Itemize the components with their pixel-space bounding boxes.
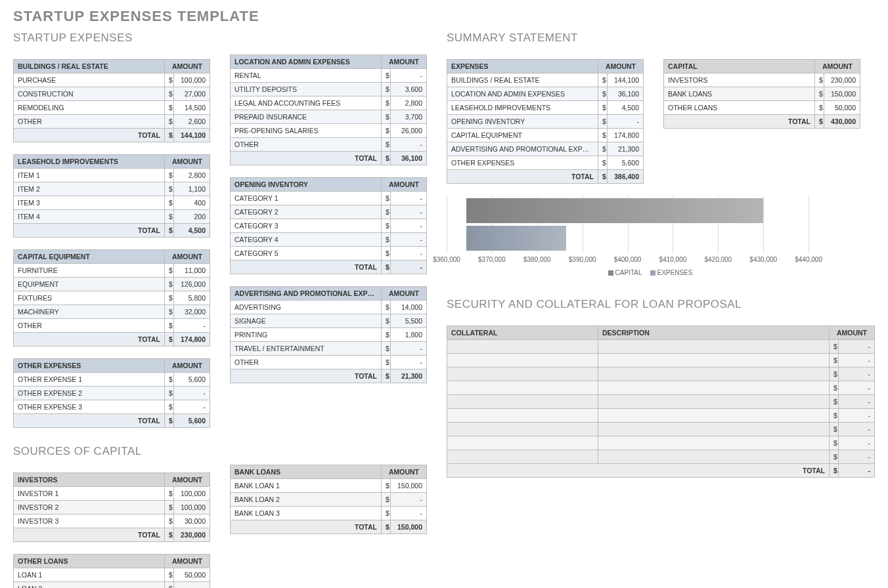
row-label: SIGNAGE xyxy=(231,314,382,328)
currency-symbol: $ xyxy=(381,356,390,369)
row-label: OTHER EXPENSE 3 xyxy=(14,400,165,414)
amount-header: AMOUNT xyxy=(164,250,210,264)
section-sources-of-capital: SOURCES OF CAPITAL xyxy=(13,445,210,458)
row-amount: - xyxy=(390,205,426,219)
chart-tick: $420,000 xyxy=(704,256,732,263)
row-amount: - xyxy=(607,115,643,129)
row-label: ITEM 1 xyxy=(14,169,165,182)
collateral-cell xyxy=(447,423,598,436)
currency-symbol: $ xyxy=(164,264,173,278)
table-investors: INVESTORSAMOUNTINVESTOR 1$100,000INVESTO… xyxy=(13,472,210,542)
row-label: OTHER xyxy=(231,138,382,152)
collateral-amount: - xyxy=(838,354,874,368)
chart-tick: $390,000 xyxy=(569,256,596,263)
currency-symbol: $ xyxy=(829,423,838,436)
amount-header: AMOUNT xyxy=(829,326,874,340)
table-title: LEASEHOLD IMPROVEMENTS xyxy=(14,155,165,169)
row-label: EQUIPMENT xyxy=(14,278,165,291)
row-label: UTILITY DEPOSITS xyxy=(231,83,382,96)
currency-symbol: $ xyxy=(598,101,607,115)
collateral-amount: - xyxy=(838,368,874,381)
row-label: CATEGORY 1 xyxy=(231,192,382,205)
amount-header: AMOUNT xyxy=(164,473,210,487)
description-cell xyxy=(598,423,830,436)
summary-bar-chart: $360,000$370,000$380,000$390,000$400,000… xyxy=(447,196,854,281)
currency-symbol: $ xyxy=(829,395,838,409)
row-amount: 1,100 xyxy=(173,182,210,196)
row-label: ITEM 2 xyxy=(14,182,165,196)
currency-symbol: $ xyxy=(381,96,390,110)
table-title: CAPITAL EQUIPMENT xyxy=(14,250,165,264)
currency-symbol: $ xyxy=(164,305,173,319)
table-title: CAPITAL xyxy=(664,60,815,74)
currency-symbol: $ xyxy=(381,205,390,219)
currency-symbol: $ xyxy=(381,69,390,83)
total-label: TOTAL xyxy=(231,520,382,534)
table-title: OTHER EXPENSES xyxy=(14,359,165,373)
row-amount: 14,000 xyxy=(390,301,426,314)
currency-symbol: $ xyxy=(598,115,607,129)
currency-symbol: $ xyxy=(598,74,607,87)
row-label: TRAVEL / ENTERTAINMENT xyxy=(231,342,382,356)
chart-tick: $430,000 xyxy=(749,256,777,263)
row-label: PURCHASE xyxy=(14,74,165,87)
row-label: CATEGORY 4 xyxy=(231,233,382,247)
currency-symbol: $ xyxy=(598,142,607,156)
currency-symbol: $ xyxy=(829,354,838,368)
currency-symbol: $ xyxy=(381,479,390,493)
currency-symbol: $ xyxy=(164,115,173,129)
currency-symbol: $ xyxy=(829,409,838,423)
currency-symbol: $ xyxy=(829,450,838,464)
row-label: CONSTRUCTION xyxy=(14,87,165,101)
section-summary: SUMMARY STATEMENT xyxy=(447,32,875,45)
collateral-amount: - xyxy=(838,409,874,423)
chart-tick: $440,000 xyxy=(795,256,822,263)
description-cell xyxy=(598,436,830,450)
row-amount: 126,000 xyxy=(173,278,210,291)
currency-symbol: $ xyxy=(164,74,173,87)
collateral-amount: - xyxy=(838,423,874,436)
currency-symbol: $ xyxy=(381,507,390,520)
currency-symbol: $ xyxy=(829,340,838,354)
column-1: STARTUP EXPENSES BUILDINGS / REAL ESTATE… xyxy=(13,26,210,588)
row-amount: 174,800 xyxy=(607,129,643,142)
row-amount: - xyxy=(173,387,210,400)
currency-symbol: $ xyxy=(164,101,173,115)
description-cell xyxy=(598,450,830,464)
total-label: TOTAL xyxy=(231,261,382,274)
row-amount: 21,300 xyxy=(607,142,643,156)
row-amount: 2,600 xyxy=(173,115,210,129)
table-title: BANK LOANS xyxy=(231,465,382,479)
row-amount: - xyxy=(390,507,426,520)
row-label: OTHER EXPENSE 1 xyxy=(14,373,165,387)
row-label: MACHINERY xyxy=(14,305,165,319)
currency-symbol: $ xyxy=(598,87,607,101)
currency-symbol: $ xyxy=(381,192,390,205)
currency-symbol: $ xyxy=(814,87,824,101)
row-amount: 3,700 xyxy=(390,110,426,124)
total-amount: 36,100 xyxy=(390,152,426,165)
currency-symbol: $ xyxy=(598,129,607,142)
currency-symbol: $ xyxy=(381,247,390,261)
currency-symbol: $ xyxy=(381,138,390,152)
currency-symbol: $ xyxy=(164,514,173,528)
total-amount: 5,600 xyxy=(173,414,210,428)
currency-symbol: $ xyxy=(164,400,173,414)
collateral-amount: - xyxy=(838,436,874,450)
currency-symbol: $ xyxy=(829,464,838,478)
currency-symbol: $ xyxy=(814,74,824,87)
row-amount: 150,000 xyxy=(390,479,426,493)
table-buildings: BUILDINGS / REAL ESTATEAMOUNTPURCHASE$10… xyxy=(13,59,210,142)
row-amount: 36,100 xyxy=(607,87,643,101)
collateral-cell xyxy=(447,450,598,464)
currency-symbol: $ xyxy=(381,261,390,274)
total-label: TOTAL xyxy=(231,369,382,383)
collateral-cell xyxy=(447,436,598,450)
collateral-amount: - xyxy=(838,340,874,354)
row-amount: 100,000 xyxy=(173,501,210,514)
row-label: FURNITURE xyxy=(14,264,165,278)
row-amount: - xyxy=(390,233,426,247)
table-title: BUILDINGS / REAL ESTATE xyxy=(14,60,165,74)
total-label: TOTAL xyxy=(447,464,830,478)
row-amount: 3,600 xyxy=(390,83,426,96)
